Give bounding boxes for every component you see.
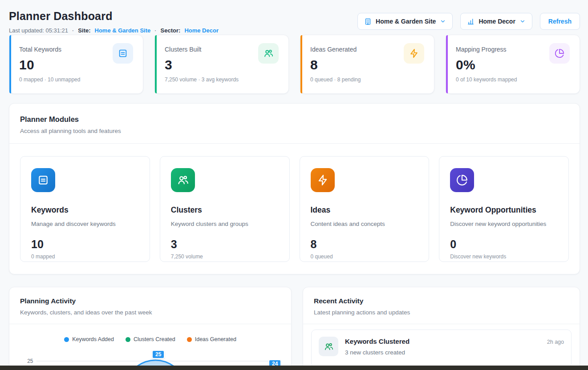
activity-description: 3 new clusters created <box>345 349 564 356</box>
planning-activity-header: Planning Activity Keywords, clusters, an… <box>9 287 291 324</box>
module-value: 10 <box>31 238 139 251</box>
module-description: Discover new keyword opportunities <box>450 221 558 227</box>
stat-card-clusters-built: Clusters Built 3 7,250 volume · 3 avg ke… <box>154 35 289 94</box>
meta-separator: · <box>154 27 156 34</box>
recent-activity-subtitle: Latest planning actions and updates <box>314 309 569 316</box>
chevron-down-icon <box>519 18 526 24</box>
module-tile-keywords[interactable]: Keywords Manage and discover keywords 10… <box>20 156 150 262</box>
module-tile-clusters[interactable]: Clusters Keyword clusters and groups 3 7… <box>160 156 290 262</box>
refresh-button[interactable]: Refresh <box>540 13 580 30</box>
activity-title: Keywords Clustered <box>345 338 410 345</box>
y-axis-tick: 25 <box>27 358 33 364</box>
pie-chart-icon <box>549 43 570 64</box>
legend-item-keywords-added[interactable]: Keywords Added <box>64 336 114 342</box>
module-description: Keyword clusters and groups <box>171 221 279 227</box>
module-description: Manage and discover keywords <box>31 221 139 227</box>
stats-row: Total Keywords 10 0 mapped · 10 unmapped… <box>9 35 580 94</box>
modules-title: Planner Modules <box>20 115 569 124</box>
module-title: Clusters <box>171 205 279 215</box>
meta-separator: · <box>72 27 74 34</box>
module-title: Ideas <box>311 205 418 215</box>
data-point-label-25: 25 <box>152 350 165 359</box>
divider <box>9 324 291 324</box>
chevron-down-icon <box>440 18 446 24</box>
bar-chart-icon <box>467 18 474 25</box>
sector-selector-dropdown[interactable]: Home Decor <box>460 13 532 30</box>
module-tile-ideas[interactable]: Ideas Content ideas and concepts 8 0 que… <box>300 156 430 262</box>
header-controls: Home & Garden Site Home Decor Refresh <box>357 13 580 30</box>
planning-activity-title: Planning Activity <box>20 297 280 305</box>
modules-subtitle: Access all planning tools and features <box>20 128 569 134</box>
module-value: 8 <box>311 238 418 251</box>
activity-time: 2h ago <box>547 339 564 345</box>
stat-card-ideas-generated: Ideas Generated 8 0 queued · 8 pending <box>300 35 434 94</box>
modules-header: Planner Modules Access all planning tool… <box>9 104 580 143</box>
users-icon <box>258 43 279 64</box>
module-tile-keyword-opportunities[interactable]: Keyword Opportunities Discover new keywo… <box>439 156 569 262</box>
users-icon <box>319 337 338 356</box>
stat-card-total-keywords: Total Keywords 10 0 mapped · 10 unmapped <box>9 35 143 94</box>
module-title: Keyword Opportunities <box>450 205 558 215</box>
planner-modules-section: Planner Modules Access all planning tool… <box>9 103 580 274</box>
lightning-icon <box>311 168 335 192</box>
document-icon <box>31 168 55 192</box>
activity-item-keywords-clustered[interactable]: Keywords Clustered 2h ago 3 new clusters… <box>311 330 572 368</box>
stat-caption: 0 of 10 keywords mapped <box>456 76 570 83</box>
module-caption: 0 queued <box>311 253 418 260</box>
last-updated-text: Last updated: 05:31:21 <box>9 27 68 34</box>
legend-item-clusters-created[interactable]: Clusters Created <box>126 336 175 342</box>
planning-activity-subtitle: Keywords, clusters, and ideas over the p… <box>20 309 280 316</box>
module-caption: 0 mapped <box>31 253 139 260</box>
building-icon <box>364 18 372 25</box>
modules-grid: Keywords Manage and discover keywords 10… <box>9 144 580 274</box>
legend-label: Ideas Generated <box>195 336 236 342</box>
legend-label: Clusters Created <box>134 336 175 342</box>
stat-caption: 0 mapped · 10 unmapped <box>19 76 133 83</box>
sector-link[interactable]: Home Decor <box>184 27 219 34</box>
legend-label: Keywords Added <box>72 336 114 342</box>
users-icon <box>171 168 195 192</box>
activity-body: Keywords Clustered 2h ago 3 new clusters… <box>345 337 564 356</box>
module-caption: Discover new keywords <box>450 253 558 260</box>
stat-caption: 0 queued · 8 pending <box>310 76 424 83</box>
chart-legend: Keywords Added Clusters Created Ideas Ge… <box>9 336 291 342</box>
site-selector-label: Home & Garden Site <box>376 18 436 25</box>
stat-caption: 7,250 volume · 3 avg keywords <box>165 76 279 83</box>
module-value: 0 <box>450 238 558 251</box>
module-title: Keywords <box>31 205 139 215</box>
page-header: Planner Dashboard Last updated: 05:31:21… <box>9 10 580 34</box>
legend-dot-orange <box>187 337 192 342</box>
document-icon <box>113 43 133 64</box>
sector-label: Sector: <box>161 27 181 34</box>
recent-activity-panel: Recent Activity Latest planning actions … <box>303 287 580 370</box>
recent-activity-header: Recent Activity Latest planning actions … <box>303 287 580 324</box>
stat-card-mapping-progress: Mapping Progress 0% 0 of 10 keywords map… <box>446 35 580 94</box>
site-selector-dropdown[interactable]: Home & Garden Site <box>357 13 453 30</box>
legend-item-ideas-generated[interactable]: Ideas Generated <box>187 336 236 342</box>
pie-chart-icon <box>450 168 474 192</box>
legend-dot-green <box>126 337 130 342</box>
module-caption: 7,250 volume <box>171 253 279 260</box>
planning-activity-panel: Planning Activity Keywords, clusters, an… <box>9 287 292 370</box>
site-link[interactable]: Home & Garden Site <box>95 27 151 34</box>
module-description: Content ideas and concepts <box>311 221 418 227</box>
refresh-label: Refresh <box>548 18 572 25</box>
lightning-icon <box>404 43 424 64</box>
bottom-taskbar-edge <box>0 366 588 370</box>
recent-activity-title: Recent Activity <box>314 297 569 305</box>
legend-dot-blue <box>64 337 69 342</box>
divider <box>303 324 580 324</box>
sector-selector-label: Home Decor <box>479 18 515 25</box>
module-value: 3 <box>171 238 279 251</box>
site-label: Site: <box>78 27 90 34</box>
